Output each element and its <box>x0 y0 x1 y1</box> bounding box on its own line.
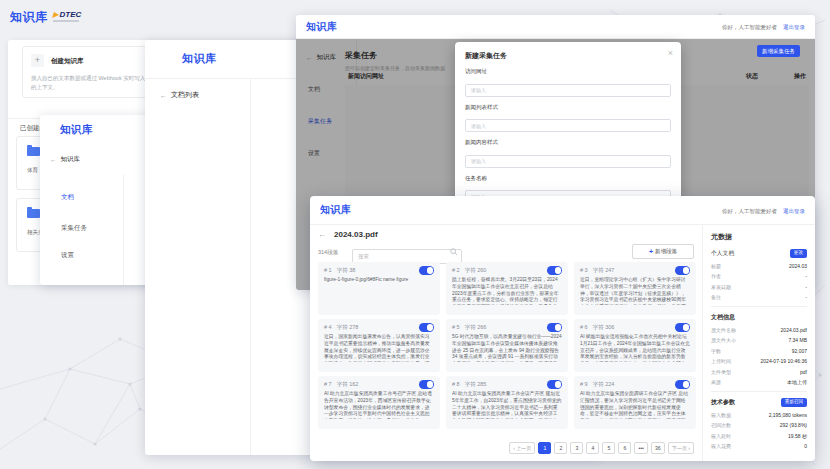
next-page-button[interactable]: 下一页› <box>668 442 694 454</box>
window-title: 知识库 <box>320 203 352 217</box>
field-label-list-style: 新闻列表样式 <box>465 104 671 111</box>
logout-link[interactable]: 退出登录 <box>783 24 805 31</box>
page-button-2[interactable]: 2 <box>554 442 567 454</box>
logo-arrow-icon <box>52 12 60 18</box>
segment-enabled-toggle[interactable] <box>675 266 690 275</box>
plus-icon: + <box>31 54 44 67</box>
greeting-text: 你好，人工智能爱好者 <box>722 208 777 215</box>
segment-search <box>352 244 462 259</box>
back-icon: ← <box>160 92 167 99</box>
window-title: 知识库 <box>60 123 93 137</box>
segment-enabled-toggle[interactable] <box>419 323 434 332</box>
create-kb-label: 创建知识库 <box>51 57 84 66</box>
metadata-panel: 元数据 个人文档 更改 标题2024.03 作者- 发表日期- 备注- 文档信息… <box>702 225 815 461</box>
tech-params-heading: 技术参数 <box>711 398 735 407</box>
page-button-6[interactable]: 6 <box>618 442 631 454</box>
segment-card[interactable]: # 3字符 247 近日，党组理论学习中心组（扩大）集中学习研讨举行，深入学习贯… <box>574 262 696 315</box>
logo-text: DTEC <box>60 10 82 19</box>
segment-enabled-toggle[interactable] <box>547 266 562 275</box>
page-button-1[interactable]: 1 <box>538 442 551 454</box>
segment-enabled-toggle[interactable] <box>675 380 690 389</box>
window-title: 知识库 <box>306 20 338 34</box>
window-header: 知识库 你好，人工智能爱好者 退出登录 <box>310 196 815 225</box>
back-to-document-list[interactable]: ← 文档列表 <box>160 90 199 100</box>
page-button-36[interactable]: 36 <box>651 442 665 454</box>
segment-card[interactable]: # 9字符 224 AI 助力北京出版集团全面调研工作会议产开区 总结汇报情况，… <box>574 376 696 429</box>
document-title: 2024.03.pdf <box>334 230 378 239</box>
modal-title: 新建采集任务 <box>465 51 671 61</box>
close-icon[interactable]: × <box>668 48 673 58</box>
app-title: 知识库 <box>10 9 48 26</box>
pagination: ‹上一页 1 2 3 4 5 6 ••• 36 下一页› <box>509 442 694 454</box>
logo-tagline <box>53 20 79 22</box>
segment-card[interactable]: # 7字符 162 AI 助力北京出版集团高质量工作号召产开区 总站通告开宣布活… <box>318 376 440 429</box>
doc-info-heading: 文档信息 <box>711 313 807 322</box>
page-button-4[interactable]: 4 <box>586 442 599 454</box>
segment-card[interactable]: # 2字符 260 踏上新征程，奋楫再出发。3月22日至23日，2024年全国编… <box>446 262 568 315</box>
segment-card[interactable]: # 5字符 266 5G 时代万物互联，以高质量党建引领行业——2024年全国编… <box>446 319 568 372</box>
field-label-task-name: 任务名称 <box>465 175 671 182</box>
prev-page-button[interactable]: ‹上一页 <box>509 442 535 454</box>
plus-icon: + <box>649 248 653 255</box>
greeting-text: 你好，人工智能爱好者 <box>722 24 777 31</box>
segment-enabled-toggle[interactable] <box>547 380 562 389</box>
sidebar-divider <box>250 78 251 455</box>
divider <box>711 306 807 307</box>
segment-card[interactable]: # 1字符 38 figure-1-figure-0.jpg/6#8Fic na… <box>318 262 440 315</box>
segment-enabled-toggle[interactable] <box>675 323 690 332</box>
field-label-content-style: 新闻内容样式 <box>465 139 671 146</box>
new-task-modal: 新建采集任务 × 访问网址 新闻列表样式 新闻内容样式 任务名称 是否定时执行 … <box>455 42 681 213</box>
add-segment-button[interactable]: + 新增段落 <box>632 244 694 259</box>
list-style-field[interactable] <box>465 119 671 132</box>
segment-card[interactable]: # 6字符 306 AI 赋能出版全流程智能化工作首次亮相中关村论坛 1月21日… <box>574 319 696 372</box>
back-icon: ← <box>50 156 57 163</box>
page-button-3[interactable]: 3 <box>570 442 583 454</box>
segment-enabled-toggle[interactable] <box>547 323 562 332</box>
dtec-logo: DTEC <box>53 10 82 22</box>
segment-card[interactable]: # 4字符 278 近日，国家新闻出版署发布公告，认真贯彻落实习近平总书记重要指… <box>318 319 440 372</box>
folder-icon <box>27 209 40 218</box>
segment-card-grid: # 1字符 38 figure-1-figure-0.jpg/6#8Fic na… <box>318 262 696 429</box>
paragraph-count: 314段落 <box>318 249 338 256</box>
segment-card[interactable]: # 8字符 285 AI 助力北京出版集团高质量工作会议产开区 规划近5年年度工… <box>446 376 568 429</box>
document-detail-window: 知识库 你好，人工智能爱好者 退出登录 ← 2024.03.pdf 314段落 … <box>310 196 815 461</box>
new-task-button[interactable]: 新增采集任务 <box>757 45 800 57</box>
back-icon[interactable]: ← <box>318 230 326 239</box>
re-recall-button[interactable]: 重新召回 <box>781 398 807 407</box>
segment-enabled-toggle[interactable] <box>419 266 434 275</box>
sidebar-item-documents[interactable]: 文档 <box>61 193 74 202</box>
window-header: 知识库 你好，人工智能爱好者 退出登录 <box>296 15 815 39</box>
back-to-kb[interactable]: ← 知识库 <box>50 155 80 164</box>
folder-icon <box>27 147 40 156</box>
window-title: 知识库 <box>182 51 217 66</box>
content-style-field[interactable] <box>465 155 671 168</box>
field-label-url: 访问网址 <box>465 68 671 75</box>
segment-enabled-toggle[interactable] <box>419 380 434 389</box>
page-button-5[interactable]: 5 <box>602 442 615 454</box>
search-icon <box>450 248 458 256</box>
sidebar-divider <box>123 175 124 285</box>
metadata-title: 元数据 <box>711 232 807 242</box>
page-ellipsis[interactable]: ••• <box>634 442 647 454</box>
segments-area: ← 2024.03.pdf 314段落 + 新增段落 # 1字符 38 figu… <box>310 225 702 461</box>
app-header: 知识库 DTEC <box>10 9 81 26</box>
url-field[interactable] <box>465 84 671 97</box>
logout-link[interactable]: 退出登录 <box>783 208 805 215</box>
change-doc-type-button[interactable]: 更改 <box>790 249 807 258</box>
doc-type-label: 个人文档 <box>711 249 734 258</box>
sidebar-item-settings[interactable]: 设置 <box>61 251 74 260</box>
divider <box>711 391 807 392</box>
sidebar-item-collection-tasks[interactable]: 采集任务 <box>61 224 87 233</box>
